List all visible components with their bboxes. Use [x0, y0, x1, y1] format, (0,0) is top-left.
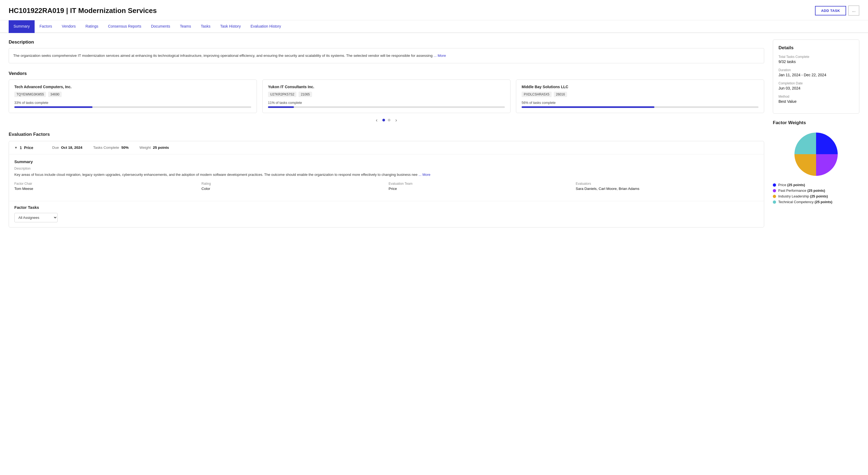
vendors-grid: Tech Advanced Computers, Inc. TQYEWMG3KM… — [9, 80, 764, 113]
tab-documents[interactable]: Documents — [146, 20, 175, 33]
vendors-section: Vendors Tech Advanced Computers, Inc. TQ… — [9, 71, 764, 124]
description-text: The organization seeks comprehensive IT … — [13, 54, 433, 58]
evaluation-factors-section: Evaluation Factors ▼ 1 Price Due Oct 18,… — [9, 132, 764, 228]
description-more-link[interactable]: ... More — [434, 54, 446, 58]
legend-label-technical-competency: Technical Competency (25 points) — [778, 200, 832, 204]
factor-weights-title: Factor Weights — [773, 120, 859, 125]
legend-label-price: Price (25 points) — [778, 183, 805, 187]
vendor-name-0: Tech Advanced Computers, Inc. — [14, 85, 251, 89]
vendor-progress-label-1: 11% of tasks complete — [268, 101, 505, 105]
tab-task-history[interactable]: Task History — [215, 20, 246, 33]
factor-index: 1 — [20, 146, 22, 150]
legend-dot-industry-leadership — [773, 195, 776, 198]
tab-ratings[interactable]: Ratings — [81, 20, 103, 33]
legend-technical-competency: Technical Competency (25 points) — [773, 200, 859, 204]
factor-card-1: ▼ 1 Price Due Oct 18, 2024 Tasks Complet… — [9, 141, 764, 228]
factor-tasks-section: Factor Tasks All Assignees — [9, 201, 764, 227]
legend-industry-leadership: Industry Leadership (25 points) — [773, 194, 859, 198]
tab-summary[interactable]: Summary — [9, 20, 35, 33]
vendor-progress-label-0: 33% of tasks complete — [14, 101, 251, 105]
completion-date-label: Completion Date — [778, 82, 854, 85]
pie-slice-past-performance — [816, 154, 838, 176]
pagination-dot-2[interactable] — [388, 119, 391, 121]
total-tasks-label: Total Tasks Complete — [778, 55, 854, 59]
factor-chair-value: Tom Meese — [14, 187, 197, 191]
description-section: Description The organization seeks compr… — [9, 39, 764, 63]
header-actions: ADD TASK ... — [815, 5, 859, 16]
details-title: Details — [778, 45, 854, 51]
legend-label-past-performance: Past Performance (25 points) — [778, 188, 825, 192]
completion-date-value: Jun 03, 2024 — [778, 86, 854, 90]
factor-rating-item: Rating Color — [202, 182, 384, 191]
vendor-tag-2-0: PXDLCSHRA5X5 — [522, 92, 552, 97]
page-title: HC101922RA019 | IT Modernization Service… — [9, 6, 157, 15]
vendor-progress-fill-2 — [522, 106, 654, 108]
factor-due-label: Due — [52, 146, 59, 150]
vendor-tag-0-1: 34690 — [48, 92, 61, 97]
factor-evaluators-value: Sara Daniels, Carl Moore, Brian Adams — [576, 187, 758, 191]
factor-eval-team-label: Evaluation Team — [389, 182, 571, 185]
factor-collapse-arrow[interactable]: ▼ — [14, 146, 18, 150]
pagination-prev[interactable]: ‹ — [374, 116, 380, 124]
tab-teams[interactable]: Teams — [175, 20, 196, 33]
method-value: Best Value — [778, 99, 854, 103]
vendor-progress-bg-1 — [268, 106, 505, 108]
tab-factors[interactable]: Factors — [35, 20, 57, 33]
vendors-pagination: ‹ › — [9, 116, 764, 124]
page-header: HC101922RA019 | IT Modernization Service… — [0, 0, 868, 20]
pie-slice-price — [816, 132, 838, 154]
vendor-progress-label-2: 56% of tasks complete — [522, 101, 758, 105]
tab-vendors[interactable]: Vendors — [57, 20, 81, 33]
pagination-next[interactable]: › — [393, 116, 399, 124]
vendor-progress-bg-2 — [522, 106, 758, 108]
factor-chair-item: Factor Chair Tom Meese — [14, 182, 197, 191]
factor-weights-legend: Price (25 points) Past Performance (25 p… — [773, 183, 859, 204]
factor-tasks-title: Factor Tasks — [14, 205, 758, 210]
legend-dot-price — [773, 183, 776, 187]
main-layout: Description The organization seeks compr… — [0, 33, 868, 234]
method-label: Method — [778, 95, 854, 98]
factor-weight-label: Weight — [140, 146, 151, 150]
factor-chair-label: Factor Chair — [14, 182, 197, 185]
factor-tasks-value: 50% — [121, 146, 129, 150]
factor-evaluators-label: Evaluators — [576, 182, 758, 185]
factor-desc-label: Description — [14, 167, 758, 171]
factor-more-link[interactable]: ... More — [418, 173, 431, 177]
factor-desc-content: Key areas of focus include cloud migrati… — [14, 173, 417, 177]
completion-date-row: Completion Date Jun 03, 2024 — [778, 82, 854, 90]
factor-meta: Due Oct 18, 2024 Tasks Complete 50% Weig… — [52, 146, 758, 150]
vendor-tag-0-0: TQYEWMG3KM55 — [14, 92, 46, 97]
tab-evaluation-history[interactable]: Evaluation History — [246, 20, 286, 33]
vendors-title: Vendors — [9, 71, 764, 76]
legend-dot-technical-competency — [773, 201, 776, 204]
duration-value: Jan 11, 2024 - Dec 22, 2024 — [778, 73, 854, 77]
factor-due-value: Oct 18, 2024 — [61, 146, 83, 150]
factor-body: Summary Description Key areas of focus i… — [9, 154, 764, 201]
pie-chart-container — [773, 130, 859, 179]
factor-eval-team-value: Price — [389, 187, 571, 191]
vendor-tag-2-1: 26016 — [554, 92, 567, 97]
vendor-tags-0: TQYEWMG3KM55 34690 — [14, 92, 251, 97]
factor-summary-title: Summary — [14, 159, 758, 164]
factor-number: ▼ 1 Price — [14, 146, 41, 150]
tasks-filter: All Assignees — [14, 213, 758, 222]
vendor-tags-2: PXDLCSHRA5X5 26016 — [522, 92, 758, 97]
description-box: The organization seeks comprehensive IT … — [9, 48, 764, 63]
legend-label-industry-leadership: Industry Leadership (25 points) — [778, 194, 828, 198]
factor-desc-text: Key areas of focus include cloud migrati… — [14, 172, 758, 178]
pie-slice-technical-competency — [795, 132, 816, 154]
more-options-button[interactable]: ... — [848, 5, 859, 16]
assignees-select[interactable]: All Assignees — [14, 213, 58, 222]
sidebar: Details Total Tasks Complete 9/32 tasks … — [773, 39, 859, 228]
vendor-tag-1-0: U27KR2PK57S2 — [268, 92, 297, 97]
tab-tasks[interactable]: Tasks — [196, 20, 215, 33]
legend-dot-past-performance — [773, 189, 776, 192]
details-card: Details Total Tasks Complete 9/32 tasks … — [773, 39, 859, 114]
factor-rating-label: Rating — [202, 182, 384, 185]
pagination-dot-1[interactable] — [382, 119, 385, 121]
vendor-name-1: Yukon IT Consultants Inc. — [268, 85, 505, 89]
tab-consensus-reports[interactable]: Consensus Reports — [103, 20, 146, 33]
add-task-button[interactable]: ADD TASK — [815, 6, 846, 16]
factor-header: ▼ 1 Price Due Oct 18, 2024 Tasks Complet… — [9, 141, 764, 154]
total-tasks-value: 9/32 tasks — [778, 60, 854, 64]
